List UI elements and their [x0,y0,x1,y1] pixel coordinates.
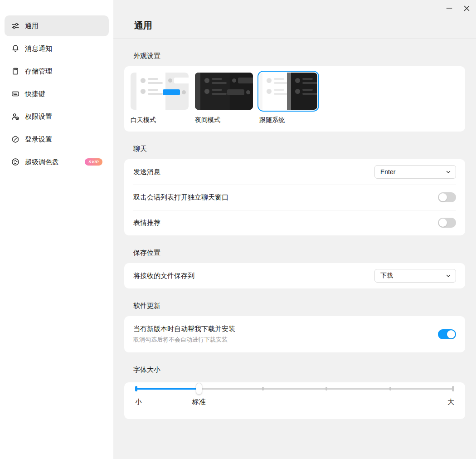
send-message-value: Enter [380,168,395,176]
double-click-label: 双击会话列表打开独立聊天窗口 [133,193,228,202]
theme-row: 白天模式 [124,66,465,132]
section-update-label: 软件更新 [133,302,456,310]
theme-tile-system[interactable]: 跟随系统 [257,71,319,124]
sidebar-item-label: 快捷键 [25,90,45,98]
save-location-row: 将接收的文件保存到 下载 [124,263,465,288]
sidebar-item-palette[interactable]: 超级调色盘 SVIP [5,151,109,172]
sidebar-item-label: 登录设置 [25,135,52,144]
theme-label: 跟随系统 [259,116,319,124]
send-message-dropdown[interactable]: Enter [374,165,456,179]
close-icon[interactable] [460,3,473,14]
bell-icon [11,44,20,53]
slider-tick [325,387,327,391]
emoji-suggest-row: 表情推荐 [124,210,465,235]
sidebar-item-label: 通用 [25,22,39,30]
chat-card: 发送消息 Enter 双击会话列表打开独立聊天窗口 表情推荐 [124,159,465,235]
font-size-card: 小 标准 大 [124,382,465,419]
settings-main: 通用 外观设置 [113,0,476,459]
sidebar-item-shortcuts[interactable]: 快捷键 [5,83,109,104]
theme-label: 白天模式 [131,116,190,124]
double-click-row: 双击会话列表打开独立聊天窗口 [124,185,465,210]
font-max-label: 大 [447,398,454,406]
chevron-down-icon [446,273,451,278]
page-title: 通用 [134,19,455,32]
sidebar-item-label: 权限设置 [25,112,52,121]
emoji-suggest-toggle[interactable] [438,218,456,228]
sidebar-item-general[interactable]: 通用 [5,15,109,36]
theme-preview-light [129,71,190,112]
software-update-card: 当有新版本时自动帮我下载并安装 取消勾选后将不会自动进行下载安装 [124,316,465,352]
sidebar-item-notifications[interactable]: 消息通知 [5,38,109,59]
slider-handle[interactable] [196,383,202,395]
appearance-card: 白天模式 [124,66,465,132]
auto-update-row: 当有新版本时自动帮我下载并安装 取消勾选后将不会自动进行下载安装 [124,316,465,352]
font-current-label: 标准 [192,398,206,406]
send-message-row: 发送消息 Enter [124,159,465,185]
theme-tile-light[interactable]: 白天模式 [129,71,190,124]
auto-update-toggle[interactable] [438,329,456,339]
palette-icon [11,157,20,166]
theme-preview-dark [193,71,255,112]
sidebar-item-permissions[interactable]: 权限设置 [5,106,109,127]
login-shield-icon [11,135,20,144]
emoji-suggest-label: 表情推荐 [133,219,160,227]
theme-tile-dark[interactable]: 夜间模式 [193,71,255,124]
font-size-slider[interactable] [135,382,454,395]
main-header: 通用 [113,0,476,39]
double-click-toggle[interactable] [438,192,456,202]
auto-update-description: 取消勾选后将不会自动进行下载安装 [133,336,235,344]
minimize-icon[interactable] [442,3,456,14]
sliders-icon [11,21,20,30]
storage-card-icon [11,67,20,76]
sidebar-item-label: 超级调色盘 [25,158,59,166]
section-chat-label: 聊天 [133,145,456,153]
slider-labels: 小 标准 大 [135,398,454,407]
save-location-dropdown[interactable]: 下载 [374,269,456,283]
settings-content: 外观设置 [113,52,476,419]
sidebar-item-storage[interactable]: 存储管理 [5,61,109,82]
send-message-label: 发送消息 [133,168,160,176]
save-location-label: 将接收的文件保存到 [133,272,194,280]
slider-tick [389,387,391,391]
slider-tick [262,387,264,391]
font-min-label: 小 [135,398,142,406]
user-permission-icon [11,112,20,121]
keyboard-icon [11,89,20,98]
slider-end-cap [452,386,454,391]
settings-sidebar: 通用 消息通知 存储管理 快捷键 [0,0,113,459]
svip-badge: SVIP [85,158,102,166]
theme-preview-system-selected [257,71,319,112]
sidebar-item-label: 消息通知 [25,44,52,53]
section-save-label: 保存位置 [133,249,456,257]
slider-start-cap [135,386,137,391]
section-font-label: 字体大小 [133,366,456,374]
section-appearance-label: 外观设置 [133,52,456,60]
save-location-card: 将接收的文件保存到 下载 [124,263,465,288]
theme-label: 夜间模式 [195,116,255,124]
slider-fill [135,388,199,390]
sidebar-item-label: 存储管理 [25,67,52,76]
chevron-down-icon [446,169,451,175]
save-location-value: 下载 [380,272,393,280]
sidebar-item-login[interactable]: 登录设置 [5,129,109,150]
window-controls [442,3,473,14]
auto-update-label: 当有新版本时自动帮我下载并安装 [133,325,235,333]
auto-update-text: 当有新版本时自动帮我下载并安装 取消勾选后将不会自动进行下载安装 [133,325,235,344]
